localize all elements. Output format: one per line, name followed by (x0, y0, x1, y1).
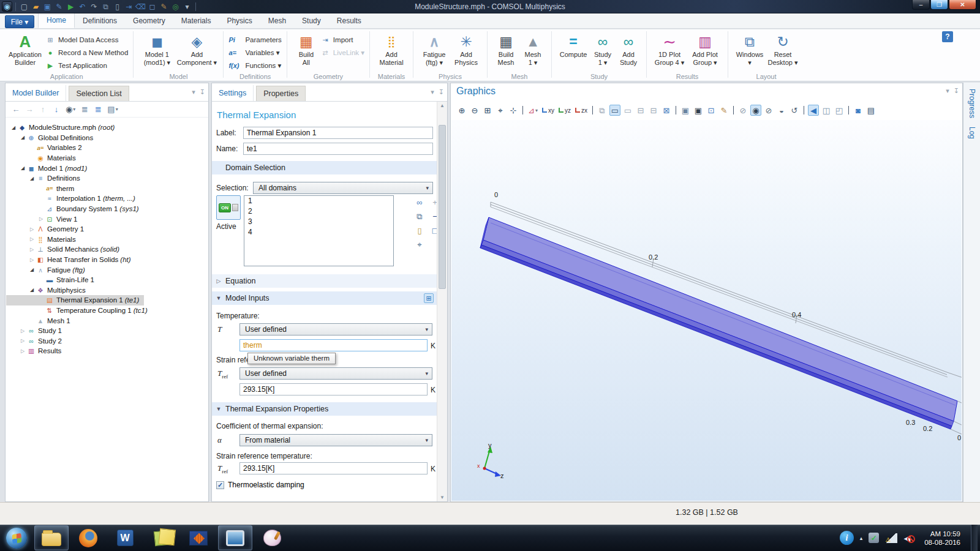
tref-field-2[interactable]: 293.15[K] (239, 462, 428, 474)
domain-list[interactable]: 1234 (244, 195, 394, 266)
model-1-button[interactable]: ◼ Model 1 (mod1) ▾ (138, 32, 175, 67)
tree-item-results[interactable]: ▷▥Results (6, 346, 66, 356)
animation-icon[interactable]: ▣ (693, 105, 704, 116)
collapse-arrow-icon[interactable]: ◢ (19, 165, 26, 171)
tree-item-materials[interactable]: ◉Materials (6, 153, 81, 163)
study-1-button[interactable]: ∞ Study 1 ▾ (590, 32, 616, 67)
selection-combo[interactable]: All domains ▾ (253, 182, 433, 194)
add-physics-button[interactable]: ✳ Add Physics (450, 32, 482, 67)
domain-item[interactable]: 3 (244, 217, 393, 227)
tab-progress[interactable]: Progress (968, 89, 976, 118)
clear-icon[interactable]: ✎ (159, 1, 169, 12)
qa-more-icon[interactable]: ▾ (182, 1, 192, 12)
view-yz-icon[interactable]: yz (557, 105, 572, 116)
nav-back-icon[interactable]: ← (10, 104, 21, 115)
tree-item-strain-life-1[interactable]: ▬Strain-Life 1 (6, 275, 99, 285)
ribbon-tab-physics[interactable]: Physics (219, 13, 260, 28)
tree-item-geometry-1[interactable]: ▷ΛGeometry 1 (6, 224, 89, 234)
fatigue-button[interactable]: ∧ Fatigue (ftg) ▾ (418, 32, 450, 67)
restore-button[interactable]: ❐ (930, 0, 948, 10)
add-component-button[interactable]: ◈ Add Component ▾ (175, 32, 218, 67)
settings-scrollbar[interactable]: ▲ ▼ (437, 102, 447, 501)
label-field[interactable]: Thermal Expansion 1 (243, 127, 433, 139)
select-frame-icon[interactable]: ◻ (147, 1, 157, 12)
taskbar-paint-icon[interactable] (255, 525, 289, 550)
tree-item-mesh-1[interactable]: ▲Mesh 1 (6, 315, 75, 326)
tree-item-boundary-system-1[interactable]: ⊿Boundary System 1(sys1) (6, 204, 144, 214)
save-icon[interactable]: ▣ (42, 1, 53, 12)
section-equation[interactable]: ▷ Equation (212, 274, 437, 288)
hide-selected-icon[interactable]: ⊘ (763, 105, 774, 116)
active-toggle[interactable]: ON (216, 195, 241, 220)
alpha-combo[interactable]: From material ▾ (239, 434, 432, 446)
graphics-canvas[interactable]: 0 0.2 0.4 0.3 0.2 0 y z x (451, 120, 962, 501)
comsol-logo-icon[interactable]: ◉ (2, 1, 12, 12)
section-thermal-expansion-properties[interactable]: ▼ Thermal Expansion Properties (212, 402, 437, 416)
paste-icon[interactable]: ▯ (112, 1, 123, 12)
minimize-button[interactable]: – (912, 0, 930, 10)
tray-show-hidden-icon[interactable]: ▴ (860, 535, 863, 541)
copy-selection-icon[interactable]: ⧉ (414, 211, 425, 222)
variables-button[interactable]: a=Variables ▾ (228, 47, 281, 59)
tree-item-multiphysics[interactable]: ◢❖Multiphysics (6, 285, 91, 296)
clear-brush-icon[interactable]: ✎ (718, 105, 729, 116)
scroll-down-icon[interactable]: ▼ (437, 495, 447, 500)
zoom-in-icon[interactable]: ⊕ (456, 105, 467, 116)
compute-button[interactable]: = Compute (557, 32, 590, 59)
node-text-icon[interactable]: ▤▾ (106, 104, 119, 115)
expand-arrow-icon[interactable]: ▷ (28, 227, 36, 232)
domain-item[interactable]: 4 (244, 227, 393, 238)
tray-volume-icon[interactable]: ◀ (903, 533, 910, 543)
mesh-1-button[interactable]: ▲ Mesh 1 ▾ (519, 32, 546, 67)
panel-menu-icon[interactable]: ▾ (946, 87, 949, 95)
new-file-icon[interactable]: ▢ (19, 1, 29, 12)
add-study-button[interactable]: ∞ Add Study (616, 32, 641, 67)
build-mesh-button[interactable]: ▦ Build Mesh (492, 32, 519, 67)
snapshot-camera-icon[interactable]: ◙ (853, 105, 864, 116)
ribbon-tab-materials[interactable]: Materials (173, 13, 219, 28)
tree-item-definitions[interactable]: ◢≡Definitions (6, 173, 85, 184)
close-button[interactable]: ✕ (949, 0, 976, 10)
expand-arrow-icon[interactable]: ▷ (19, 338, 26, 343)
ribbon-tab-home[interactable]: Home (38, 12, 75, 28)
run-icon[interactable]: ▶ (66, 1, 76, 12)
scene-lights-icon[interactable]: ⧉ (597, 105, 608, 116)
tree-item-view-1[interactable]: ▷⊡View 1 (6, 214, 82, 224)
tab-settings[interactable]: Settings (212, 85, 254, 101)
section-domain-selection[interactable]: Domain Selection (212, 161, 437, 174)
zoom-to-selection-icon[interactable]: ⌖ (414, 239, 425, 250)
tree-item-thermal-expansion-1[interactable]: ▤Thermal Expansion 1(te1) (6, 295, 144, 305)
tree-item-fatigue[interactable]: ◢∧Fatigue(ftg) (6, 264, 90, 275)
pin-icon[interactable]: ↧ (200, 88, 205, 96)
expand-arrow-icon[interactable]: ▷ (19, 328, 26, 334)
thermoelastic-damping-checkbox[interactable]: ✓ (216, 481, 224, 489)
help-button[interactable]: ? (942, 31, 953, 42)
tab-log[interactable]: Log (968, 127, 976, 139)
tree-item-study-2[interactable]: ▷∞Study 2 (6, 335, 67, 346)
taskbar-word-icon[interactable]: W (108, 525, 142, 550)
image-snapshot-icon[interactable]: ▣ (680, 105, 691, 116)
print-icon[interactable]: ▤ (865, 105, 876, 116)
pin-icon[interactable]: ↧ (954, 87, 959, 95)
panel-menu-icon[interactable]: ▾ (192, 88, 195, 96)
tree-item-model-1[interactable]: ◢◼Model 1(mod1) (6, 163, 92, 173)
sound-icon[interactable]: ◀ (808, 105, 819, 116)
test-application-button[interactable]: ▶Test Application (45, 59, 128, 72)
select-region-icon[interactable]: ⊡ (706, 105, 717, 116)
copy-icon[interactable]: ⧉ (100, 1, 111, 12)
section-model-inputs[interactable]: ▼ Model Inputs ⊞ (212, 291, 437, 305)
ribbon-tab-results[interactable]: Results (329, 13, 369, 28)
show-all-icon[interactable]: ◉ (750, 105, 761, 116)
headlight-icon[interactable]: ▭ (609, 105, 620, 116)
delete-icon[interactable]: ⌫ (135, 1, 146, 12)
redo-icon[interactable]: ↷ (89, 1, 99, 12)
tree-item-temperature-coupling-1[interactable]: ⇅Temperature Coupling 1(tc1) (6, 305, 153, 316)
start-button[interactable] (1, 525, 32, 550)
tab-model-builder[interactable]: Model Builder (6, 85, 66, 101)
model-inputs-table-icon[interactable]: ⊞ (424, 293, 434, 303)
expand-arrow-icon[interactable]: ▷ (28, 257, 36, 263)
no-lights-icon[interactable]: ⊠ (661, 105, 672, 116)
zoom-extents-icon[interactable]: ⌖ (495, 105, 506, 116)
pin-icon[interactable]: ↧ (439, 88, 444, 96)
shading-1-icon[interactable]: ▭ (622, 105, 633, 116)
